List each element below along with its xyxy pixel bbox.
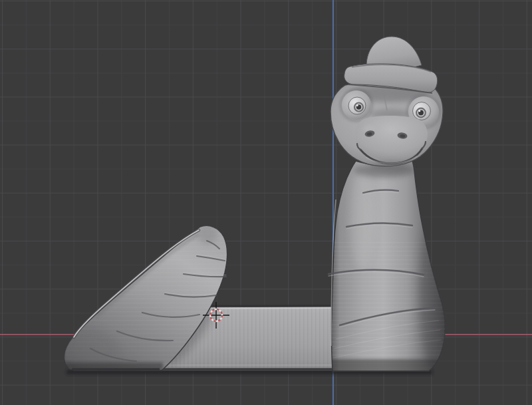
chin-shadow — [370, 162, 412, 172]
3d-viewport[interactable] — [0, 0, 532, 405]
left-eye — [341, 90, 372, 121]
